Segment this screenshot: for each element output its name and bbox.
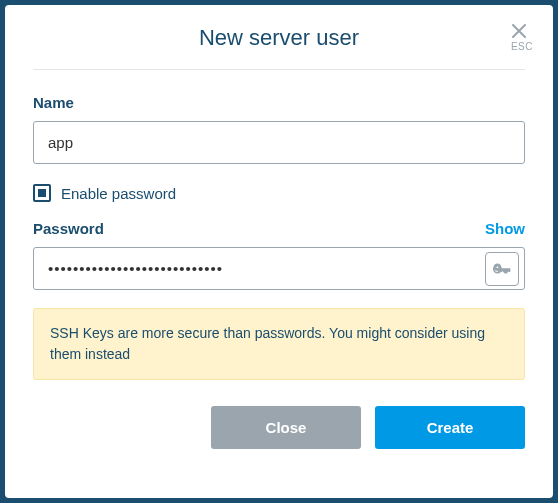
password-label: Password [33,220,104,237]
new-server-user-modal: New server user ESC Name Enable password… [5,5,553,498]
enable-password-checkbox[interactable] [33,184,51,202]
password-label-row: Password Show [33,220,525,237]
svg-point-1 [495,267,497,269]
modal-footer: Close Create [33,406,525,449]
modal-title: New server user [33,25,525,51]
key-icon[interactable] [485,252,519,286]
esc-label: ESC [511,41,533,52]
ssh-info-banner: SSH Keys are more secure than passwords.… [33,308,525,380]
enable-password-label[interactable]: Enable password [61,185,176,202]
name-field-group: Name [33,94,525,164]
enable-password-row: Enable password [33,184,525,202]
name-input[interactable] [33,121,525,164]
close-icon[interactable] [507,19,531,43]
password-input[interactable] [33,247,525,290]
show-password-link[interactable]: Show [485,220,525,237]
checkbox-checked-icon [38,189,46,197]
name-label: Name [33,94,525,111]
create-button[interactable]: Create [375,406,525,449]
close-button[interactable]: Close [211,406,361,449]
password-input-wrap [33,247,525,290]
modal-header: New server user ESC [33,25,525,70]
